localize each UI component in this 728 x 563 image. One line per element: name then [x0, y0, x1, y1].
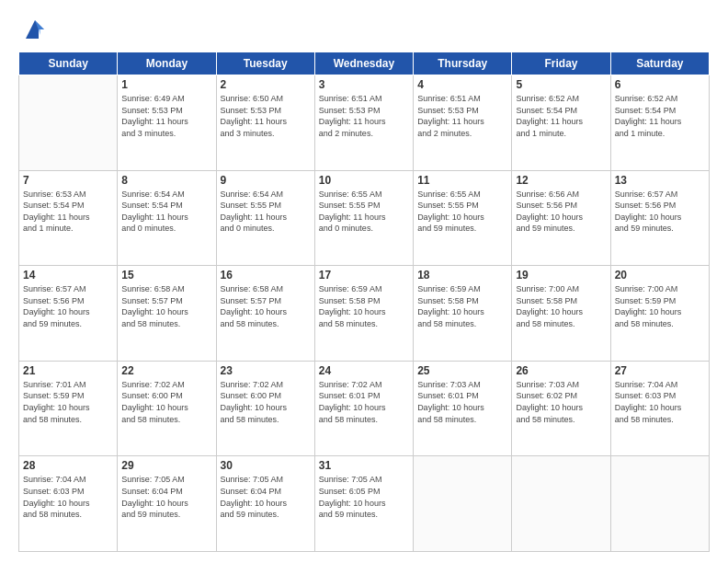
- cell-info: Sunrise: 6:54 AM Sunset: 5:54 PM Dayligh…: [121, 189, 211, 235]
- week-row-1: 1Sunrise: 6:49 AM Sunset: 5:53 PM Daylig…: [19, 75, 710, 171]
- cell-info: Sunrise: 6:54 AM Sunset: 5:55 PM Dayligh…: [221, 189, 311, 235]
- weekday-monday: Monday: [118, 52, 216, 75]
- cell-info: Sunrise: 7:01 AM Sunset: 5:59 PM Dayligh…: [23, 379, 113, 425]
- calendar-cell: 23Sunrise: 7:02 AM Sunset: 6:00 PM Dayli…: [216, 361, 314, 456]
- day-number: 8: [121, 174, 211, 187]
- weekday-tuesday: Tuesday: [216, 52, 314, 75]
- calendar-cell: 3Sunrise: 6:51 AM Sunset: 5:53 PM Daylig…: [314, 75, 413, 171]
- calendar-cell: 22Sunrise: 7:02 AM Sunset: 6:00 PM Dayli…: [118, 361, 216, 456]
- day-number: 26: [516, 364, 606, 377]
- cell-info: Sunrise: 7:05 AM Sunset: 6:04 PM Dayligh…: [121, 474, 211, 520]
- calendar-cell: 29Sunrise: 7:05 AM Sunset: 6:04 PM Dayli…: [118, 456, 216, 552]
- day-number: 21: [23, 364, 113, 377]
- day-number: 13: [615, 174, 705, 187]
- weekday-saturday: Saturday: [610, 52, 709, 75]
- calendar-cell: 9Sunrise: 6:54 AM Sunset: 5:55 PM Daylig…: [216, 170, 314, 266]
- calendar-cell: 7Sunrise: 6:53 AM Sunset: 5:54 PM Daylig…: [19, 170, 118, 266]
- day-number: 5: [516, 78, 606, 91]
- day-number: 15: [121, 269, 211, 282]
- calendar-cell: 6Sunrise: 6:52 AM Sunset: 5:54 PM Daylig…: [610, 75, 709, 171]
- day-number: 2: [221, 78, 311, 91]
- calendar-cell: 2Sunrise: 6:50 AM Sunset: 5:53 PM Daylig…: [216, 75, 314, 171]
- weekday-thursday: Thursday: [414, 52, 512, 75]
- logo: [18, 17, 48, 42]
- cell-info: Sunrise: 6:59 AM Sunset: 5:58 PM Dayligh…: [319, 283, 409, 329]
- calendar-cell: 13Sunrise: 6:57 AM Sunset: 5:56 PM Dayli…: [610, 170, 709, 266]
- calendar-cell: [610, 456, 709, 552]
- day-number: 24: [319, 364, 409, 377]
- cell-info: Sunrise: 6:55 AM Sunset: 5:55 PM Dayligh…: [319, 189, 409, 235]
- day-number: 20: [615, 269, 705, 282]
- calendar-cell: 10Sunrise: 6:55 AM Sunset: 5:55 PM Dayli…: [314, 170, 413, 266]
- day-number: 19: [516, 269, 606, 282]
- cell-info: Sunrise: 7:03 AM Sunset: 6:01 PM Dayligh…: [417, 379, 507, 425]
- day-number: 6: [615, 78, 705, 91]
- cell-info: Sunrise: 7:05 AM Sunset: 6:04 PM Dayligh…: [221, 474, 311, 520]
- calendar-cell: [512, 456, 610, 552]
- day-number: 11: [417, 174, 507, 187]
- calendar-cell: 31Sunrise: 7:05 AM Sunset: 6:05 PM Dayli…: [314, 456, 413, 552]
- calendar-page: SundayMondayTuesdayWednesdayThursdayFrid…: [0, 0, 728, 563]
- calendar-cell: [414, 456, 512, 552]
- cell-info: Sunrise: 6:55 AM Sunset: 5:55 PM Dayligh…: [417, 189, 507, 235]
- calendar-cell: 21Sunrise: 7:01 AM Sunset: 5:59 PM Dayli…: [19, 361, 118, 456]
- week-row-3: 14Sunrise: 6:57 AM Sunset: 5:56 PM Dayli…: [19, 266, 710, 362]
- calendar-cell: 5Sunrise: 6:52 AM Sunset: 5:54 PM Daylig…: [512, 75, 610, 171]
- calendar-cell: 20Sunrise: 7:00 AM Sunset: 5:59 PM Dayli…: [610, 266, 709, 362]
- cell-info: Sunrise: 6:52 AM Sunset: 5:54 PM Dayligh…: [615, 93, 705, 139]
- day-number: 14: [23, 269, 113, 282]
- day-number: 7: [23, 174, 113, 187]
- cell-info: Sunrise: 7:02 AM Sunset: 6:00 PM Dayligh…: [221, 379, 311, 425]
- calendar-cell: 4Sunrise: 6:51 AM Sunset: 5:53 PM Daylig…: [414, 75, 512, 171]
- calendar-cell: 16Sunrise: 6:58 AM Sunset: 5:57 PM Dayli…: [216, 266, 314, 362]
- cell-info: Sunrise: 6:49 AM Sunset: 5:53 PM Dayligh…: [121, 93, 211, 139]
- cell-info: Sunrise: 7:00 AM Sunset: 5:58 PM Dayligh…: [516, 283, 606, 329]
- day-number: 16: [221, 269, 311, 282]
- day-number: 31: [319, 459, 409, 472]
- day-number: 17: [319, 269, 409, 282]
- logo-icon: [22, 17, 48, 42]
- cell-info: Sunrise: 6:56 AM Sunset: 5:56 PM Dayligh…: [516, 189, 606, 235]
- day-number: 18: [417, 269, 507, 282]
- weekday-header-row: SundayMondayTuesdayWednesdayThursdayFrid…: [19, 52, 710, 75]
- week-row-5: 28Sunrise: 7:04 AM Sunset: 6:03 PM Dayli…: [19, 456, 710, 552]
- calendar-cell: 12Sunrise: 6:56 AM Sunset: 5:56 PM Dayli…: [512, 170, 610, 266]
- calendar-cell: 30Sunrise: 7:05 AM Sunset: 6:04 PM Dayli…: [216, 456, 314, 552]
- cell-info: Sunrise: 6:51 AM Sunset: 5:53 PM Dayligh…: [417, 93, 507, 139]
- calendar-cell: 27Sunrise: 7:04 AM Sunset: 6:03 PM Dayli…: [610, 361, 709, 456]
- calendar-cell: [19, 75, 118, 171]
- cell-info: Sunrise: 7:03 AM Sunset: 6:02 PM Dayligh…: [516, 379, 606, 425]
- cell-info: Sunrise: 7:00 AM Sunset: 5:59 PM Dayligh…: [615, 283, 705, 329]
- cell-info: Sunrise: 7:02 AM Sunset: 6:01 PM Dayligh…: [319, 379, 409, 425]
- week-row-4: 21Sunrise: 7:01 AM Sunset: 5:59 PM Dayli…: [19, 361, 710, 456]
- day-number: 30: [221, 459, 311, 472]
- day-number: 10: [319, 174, 409, 187]
- day-number: 23: [221, 364, 311, 377]
- calendar-cell: 19Sunrise: 7:00 AM Sunset: 5:58 PM Dayli…: [512, 266, 610, 362]
- cell-info: Sunrise: 6:59 AM Sunset: 5:58 PM Dayligh…: [417, 283, 507, 329]
- cell-info: Sunrise: 7:04 AM Sunset: 6:03 PM Dayligh…: [23, 474, 113, 520]
- day-number: 4: [417, 78, 507, 91]
- day-number: 9: [221, 174, 311, 187]
- day-number: 3: [319, 78, 409, 91]
- cell-info: Sunrise: 6:57 AM Sunset: 5:56 PM Dayligh…: [615, 189, 705, 235]
- calendar-cell: 17Sunrise: 6:59 AM Sunset: 5:58 PM Dayli…: [314, 266, 413, 362]
- calendar-cell: 11Sunrise: 6:55 AM Sunset: 5:55 PM Dayli…: [414, 170, 512, 266]
- day-number: 28: [23, 459, 113, 472]
- calendar-cell: 24Sunrise: 7:02 AM Sunset: 6:01 PM Dayli…: [314, 361, 413, 456]
- calendar-cell: 15Sunrise: 6:58 AM Sunset: 5:57 PM Dayli…: [118, 266, 216, 362]
- cell-info: Sunrise: 6:50 AM Sunset: 5:53 PM Dayligh…: [221, 93, 311, 139]
- cell-info: Sunrise: 6:57 AM Sunset: 5:56 PM Dayligh…: [23, 283, 113, 329]
- cell-info: Sunrise: 6:52 AM Sunset: 5:54 PM Dayligh…: [516, 93, 606, 139]
- calendar-cell: 26Sunrise: 7:03 AM Sunset: 6:02 PM Dayli…: [512, 361, 610, 456]
- cell-info: Sunrise: 7:05 AM Sunset: 6:05 PM Dayligh…: [319, 474, 409, 520]
- day-number: 25: [417, 364, 507, 377]
- cell-info: Sunrise: 7:04 AM Sunset: 6:03 PM Dayligh…: [615, 379, 705, 425]
- calendar-table: SundayMondayTuesdayWednesdayThursdayFrid…: [18, 52, 710, 552]
- cell-info: Sunrise: 6:58 AM Sunset: 5:57 PM Dayligh…: [121, 283, 211, 329]
- cell-info: Sunrise: 7:02 AM Sunset: 6:00 PM Dayligh…: [121, 379, 211, 425]
- calendar-cell: 14Sunrise: 6:57 AM Sunset: 5:56 PM Dayli…: [19, 266, 118, 362]
- calendar-cell: 8Sunrise: 6:54 AM Sunset: 5:54 PM Daylig…: [118, 170, 216, 266]
- calendar-cell: 28Sunrise: 7:04 AM Sunset: 6:03 PM Dayli…: [19, 456, 118, 552]
- calendar-cell: 25Sunrise: 7:03 AM Sunset: 6:01 PM Dayli…: [414, 361, 512, 456]
